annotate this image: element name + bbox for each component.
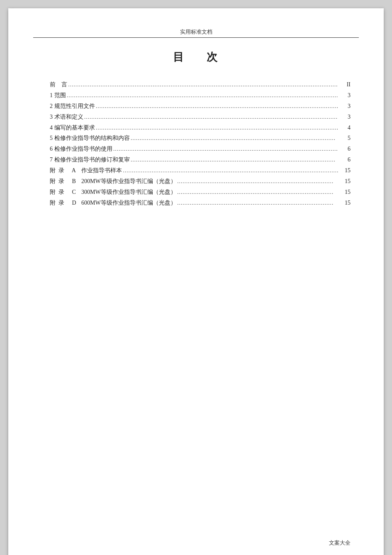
toc-page: 4 <box>338 122 351 133</box>
main-content: 目 次 前 言 ……………………………………………………………………………………… <box>50 50 351 208</box>
appendix-label: 600MW等级作业指导书汇编（光盘） <box>81 198 176 208</box>
toc-page: 3 <box>338 112 351 122</box>
toc-label: 6 检修作业指导书的使用 <box>50 144 112 154</box>
toc-list: 前 言 ………………………………………………………………………………………………… <box>50 79 351 208</box>
toc-item-1: 1 范围 ……………………………………………………………………………………………… <box>50 90 351 101</box>
toc-item-preface: 前 言 ………………………………………………………………………………………………… <box>50 79 351 90</box>
toc-label: 1 范围 <box>50 90 66 101</box>
toc-dots: …………………………………………………………………………… <box>176 176 338 186</box>
toc-dots: …………………………………………………………………………………………………………… <box>67 80 338 90</box>
header-bar: 实用标准文档 <box>33 28 359 38</box>
toc-dots: …………………………………………………………………………………………………… <box>130 133 338 143</box>
toc-item-4: 4 编写的基本要求 ………………………………………………………………………………… <box>50 122 351 133</box>
appendix-mid: B <box>71 176 81 187</box>
toc-appendix-d: 附 录 D 600MW等级作业指导书汇编（光盘） ………………………………………… <box>50 198 351 208</box>
toc-page: 15 <box>338 198 351 208</box>
toc-page: II <box>338 79 351 90</box>
footer-text: 文案大全 <box>329 539 351 547</box>
appendix-mid: C <box>71 187 81 198</box>
appendix-prefix: 附 录 <box>50 176 71 187</box>
toc-dots: …………………………………………………………………………………………………………… <box>83 112 338 122</box>
toc-dots: …………………………………………………………………………… <box>176 187 338 197</box>
toc-dots: …………………………………………………………………………… <box>176 198 338 208</box>
toc-page: 3 <box>338 101 351 112</box>
toc-dots: …………………………………………………………………………………………………… <box>130 155 338 165</box>
toc-page: 15 <box>338 176 351 187</box>
page: 实用标准文档 目 次 前 言 …………………………………………………………………… <box>8 8 384 555</box>
toc-label: 前 言 <box>50 79 67 90</box>
appendix-label: 作业指导书样本 <box>81 165 122 176</box>
toc-label: 5 检修作业指导书的结构和内容 <box>50 133 130 144</box>
appendix-mid: D <box>71 198 81 208</box>
toc-label: 4 编写的基本要求 <box>50 122 95 133</box>
appendix-prefix: 附 录 <box>50 198 71 208</box>
appendix-prefix: 附 录 <box>50 187 71 198</box>
header-line <box>33 37 359 38</box>
toc-item-6: 6 检修作业指导书的使用 ………………………………………………………………………… <box>50 144 351 154</box>
toc-label: 3 术语和定义 <box>50 112 83 122</box>
toc-dots: …………………………………………………………………………………………………………… <box>66 90 338 100</box>
toc-appendix-b: 附 录 B 200MW等级作业指导书汇编（光盘） ………………………………………… <box>50 176 351 187</box>
toc-page: 6 <box>338 144 351 154</box>
appendix-label: 300MW等级作业指导书汇编（光盘） <box>81 187 176 198</box>
toc-item-5: 5 检修作业指导书的结构和内容 ………………………………………………………………… <box>50 133 351 144</box>
toc-item-7: 7 检修作业指导书的修订和复审 ………………………………………………………………… <box>50 154 351 165</box>
toc-page: 6 <box>338 154 351 165</box>
toc-page: 15 <box>338 165 351 176</box>
toc-label: 7 检修作业指导书的修订和复审 <box>50 154 130 165</box>
toc-dots: …………………………………………………………………………………………………………… <box>95 123 338 133</box>
toc-appendix-a: 附 录 A 作业指导书样本 ……………………………………………………………………… <box>50 165 351 176</box>
appendix-label: 200MW等级作业指导书汇编（光盘） <box>81 176 176 187</box>
toc-page: 15 <box>338 187 351 198</box>
toc-appendix-c: 附 录 C 300MW等级作业指导书汇编（光盘） ………………………………………… <box>50 187 351 198</box>
toc-dots: …………………………………………………………………………………………………………… <box>112 144 338 154</box>
toc-page: 5 <box>338 133 351 144</box>
appendix-mid: A <box>71 165 81 176</box>
toc-dots: …………………………………………………………………………………………………………… <box>95 101 338 111</box>
toc-label: 2 规范性引用文件 <box>50 101 95 112</box>
toc-page: 3 <box>338 90 351 101</box>
toc-item-3: 3 术语和定义 ……………………………………………………………………………………… <box>50 112 351 122</box>
page-heading: 目 次 <box>50 50 351 64</box>
appendix-prefix: 附 录 <box>50 165 71 176</box>
toc-dots: …………………………………………………………………………………………………………… <box>122 166 338 176</box>
toc-item-2: 2 规范性引用文件 ………………………………………………………………………………… <box>50 101 351 112</box>
header-title: 实用标准文档 <box>180 28 212 36</box>
